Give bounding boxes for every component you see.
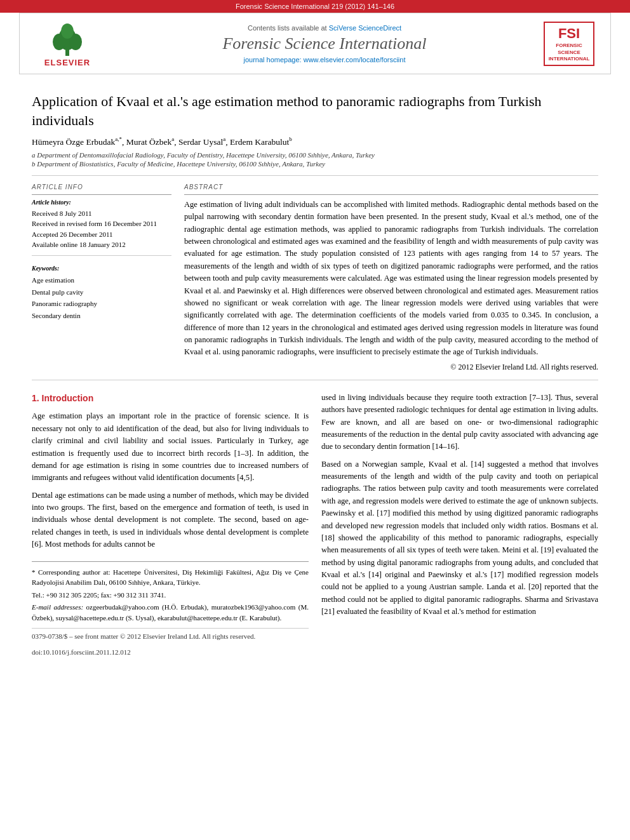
journal-title: Forensic Science International bbox=[112, 34, 537, 53]
doi-line: doi:10.1016/j.forsciint.2011.12.012 bbox=[32, 647, 309, 658]
keyword-age-estimation: Age estimation bbox=[32, 274, 171, 286]
keywords-label: Keywords: bbox=[32, 265, 171, 272]
available-date: Available online 18 January 2012 bbox=[32, 239, 171, 250]
article-info-abstract-section: Article info Article history: Received 8… bbox=[32, 183, 598, 372]
elsevier-brand-label: ELSEVIER bbox=[44, 58, 90, 67]
journal-homepage-url: journal homepage: www.elsevier.com/locat… bbox=[112, 56, 537, 63]
journal-citation-text: Forensic Science International 219 (2012… bbox=[236, 3, 394, 10]
footnote-tel: Tel.: +90 312 305 2205; fax: +90 312 311… bbox=[32, 590, 309, 601]
intro-para1: Age estimation plays an important role i… bbox=[32, 410, 309, 484]
journal-center-info: Contents lists available at SciVerse Sci… bbox=[112, 24, 537, 63]
right-para1: used in living individuals because they … bbox=[321, 392, 598, 453]
email-label: E-mail addresses: bbox=[32, 603, 83, 611]
article-info-column: Article info Article history: Received 8… bbox=[32, 183, 171, 372]
fsi-logo-section: FSI FORENSIC SCIENCE INTERNATIONAL bbox=[544, 22, 601, 66]
affiliation-b: b Department of Biostatistics, Faculty o… bbox=[32, 160, 598, 168]
body-col-right: used in living individuals because they … bbox=[321, 392, 598, 663]
footnote-star: * Corresponding author at: Hacettepe Üni… bbox=[32, 567, 309, 588]
authors-line: Hümeyra Özge Erbudaka,*, Murat Özbeka, S… bbox=[32, 136, 598, 147]
paper-title: Application of Kvaal et al.'s age estima… bbox=[32, 92, 598, 130]
divider-2 bbox=[32, 380, 598, 380]
body-col-left: 1. Introduction Age estimation plays an … bbox=[32, 392, 309, 663]
copyright-line: © 2012 Elsevier Ireland Ltd. All rights … bbox=[184, 363, 598, 372]
footnote-emails: E-mail addresses: ozgeerbudak@yahoo.com … bbox=[32, 602, 309, 623]
divider-1 bbox=[32, 175, 598, 176]
keyword-panoramic: Panoramic radiography bbox=[32, 298, 171, 310]
intro-para2: Dental age estimations can be made using… bbox=[32, 490, 309, 551]
article-history: Article history: Received 8 July 2011 Re… bbox=[32, 199, 171, 250]
elsevier-tree-icon bbox=[45, 20, 90, 58]
abstract-label: Abstract bbox=[184, 183, 598, 190]
accepted-date: Accepted 26 December 2011 bbox=[32, 229, 171, 240]
sciverse-line: Contents lists available at SciVerse Sci… bbox=[112, 24, 537, 32]
abstract-text: Age estimation of living adult individua… bbox=[184, 199, 598, 359]
sciverse-link[interactable]: SciVerse ScienceDirect bbox=[329, 24, 401, 32]
keyword-dental-pulp: Dental pulp cavity bbox=[32, 286, 171, 298]
received-date: Received 8 July 2011 bbox=[32, 208, 171, 219]
article-info-label: Article info bbox=[32, 183, 171, 190]
footer-info: 0379-0738/$ – see front matter © 2012 El… bbox=[32, 628, 309, 658]
journal-header: ELSEVIER Contents lists available at Sci… bbox=[19, 13, 611, 74]
journal-citation-bar: Forensic Science International 219 (2012… bbox=[0, 0, 630, 13]
revised-date: Received in revised form 16 December 201… bbox=[32, 218, 171, 229]
article-history-label: Article history: bbox=[32, 199, 171, 206]
keywords-section: Keywords: Age estimation Dental pulp cav… bbox=[32, 265, 171, 322]
keyword-secondary-dentin: Secondary dentin bbox=[32, 310, 171, 322]
fsi-logo-box: FSI FORENSIC SCIENCE INTERNATIONAL bbox=[544, 22, 594, 66]
issn-line: 0379-0738/$ – see front matter © 2012 El… bbox=[32, 631, 309, 642]
footnotes-section: * Corresponding author at: Hacettepe Üni… bbox=[32, 561, 309, 623]
abstract-column: Abstract Age estimation of living adult … bbox=[184, 183, 598, 372]
elsevier-logo-section: ELSEVIER bbox=[29, 20, 105, 67]
introduction-heading: 1. Introduction bbox=[32, 392, 309, 406]
body-content: 1. Introduction Age estimation plays an … bbox=[32, 392, 598, 663]
affiliation-a: a Department of Dentomaxillofacial Radio… bbox=[32, 151, 598, 159]
svg-point-4 bbox=[61, 23, 74, 39]
main-content: Application of Kvaal et al.'s age estima… bbox=[0, 74, 630, 676]
right-para2: Based on a Norwegian sample, Kvaal et al… bbox=[321, 458, 598, 618]
